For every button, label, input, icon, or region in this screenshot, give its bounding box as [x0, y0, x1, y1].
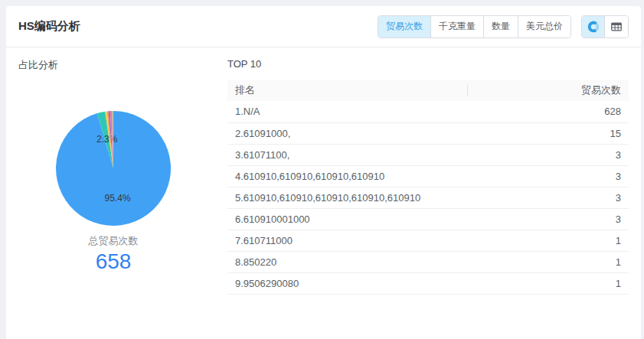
count-cell: 3: [468, 187, 629, 208]
rank-cell: 8.850220: [227, 251, 468, 272]
table-row: 6.6109100010003: [227, 208, 629, 230]
table-row: 2.61091000,15: [227, 122, 629, 144]
total-trade-caption: 总贸易次数: [89, 234, 139, 248]
table-row: 3.61071100,3: [227, 144, 629, 165]
pie-percent-label: 95.4%: [105, 193, 131, 204]
metric-tab-group: 贸易次数 千克重量 数量 美元总价: [378, 15, 571, 38]
count-cell: 3: [468, 208, 629, 230]
table-row: 8.8502201: [227, 251, 629, 272]
count-cell: 3: [468, 165, 629, 187]
rank-cell: 4.610910,610910,610910,610910: [227, 165, 468, 187]
rank-cell: 3.61071100,: [227, 144, 468, 165]
panel-content: 占比分析 95.4%2.3% 总贸易次数 658 TOP 10 排名 贸易次数 …: [6, 47, 641, 295]
top10-table-body: 1.N/A6282.61091000,153.61071100,34.61091…: [227, 101, 629, 294]
rank-column-header: 排名: [227, 80, 468, 101]
rank-cell: 9.9506290080: [227, 272, 468, 294]
chart-view-toggle[interactable]: [582, 16, 605, 37]
table-row: 7.6107110001: [227, 230, 629, 251]
count-cell: 3: [468, 144, 629, 165]
count-cell: 1: [468, 272, 629, 294]
table-view-toggle[interactable]: [605, 16, 628, 37]
tab-kg-weight[interactable]: 千克重量: [431, 16, 484, 37]
rank-cell: 1.N/A: [227, 101, 468, 122]
pie-chart-area: 95.4%2.3% 总贸易次数 658: [6, 72, 221, 274]
table-icon: [610, 21, 623, 33]
top10-title: TOP 10: [227, 58, 629, 70]
header-controls: 贸易次数 千克重量 数量 美元总价: [378, 15, 629, 38]
tab-trade-count[interactable]: 贸易次数: [378, 16, 431, 37]
table-row: 9.95062900801: [227, 272, 629, 294]
table-row: 5.610910,610910,610910,610910,6109103: [227, 187, 629, 208]
table-row: 1.N/A628: [227, 101, 629, 122]
top10-section: TOP 10 排名 贸易次数 1.N/A6282.61091000,153.61…: [221, 47, 641, 295]
rank-cell: 7.610711000: [227, 230, 468, 251]
rank-cell: 5.610910,610910,610910,610910,610910: [227, 187, 468, 208]
rank-cell: 6.610910001000: [227, 208, 468, 230]
table-header-row: 排名 贸易次数: [227, 80, 629, 101]
pie-percent-label: 2.3%: [96, 134, 118, 145]
pie-chart: 95.4%2.3%: [48, 103, 178, 233]
tab-usd-total[interactable]: 美元总价: [518, 16, 570, 37]
tab-quantity[interactable]: 数量: [484, 16, 518, 37]
total-trade-value: 658: [96, 249, 132, 274]
view-toggle-group: [581, 15, 629, 38]
count-cell: 15: [468, 122, 629, 144]
count-column-header: 贸易次数: [468, 80, 629, 101]
pie-slice[interactable]: [56, 111, 171, 226]
pie-chart-icon: [587, 21, 600, 33]
count-cell: 1: [468, 230, 629, 251]
panel-header: HS编码分析 贸易次数 千克重量 数量 美元总价: [6, 6, 641, 47]
share-analysis-section: 占比分析 95.4%2.3% 总贸易次数 658: [6, 47, 221, 295]
hs-code-analysis-panel: HS编码分析 贸易次数 千克重量 数量 美元总价: [6, 6, 641, 339]
share-analysis-title: 占比分析: [18, 58, 221, 72]
page-title: HS编码分析: [18, 19, 80, 34]
count-cell: 1: [468, 251, 629, 272]
top10-table: 排名 贸易次数 1.N/A6282.61091000,153.61071100,…: [227, 80, 629, 295]
count-cell: 628: [468, 101, 629, 122]
table-row: 4.610910,610910,610910,6109103: [227, 165, 629, 187]
rank-cell: 2.61091000,: [227, 122, 468, 144]
